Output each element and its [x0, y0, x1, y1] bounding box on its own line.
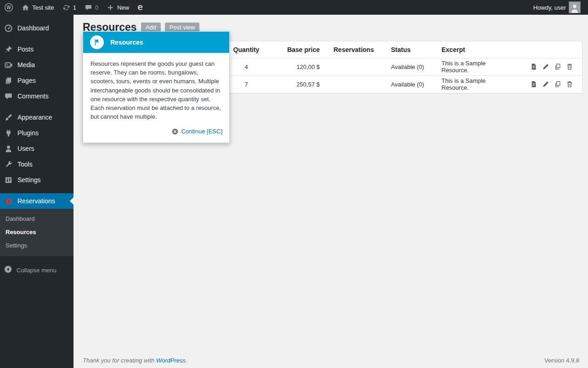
submenu-item-dashboard[interactable]: Dashboard — [0, 212, 74, 225]
sidebar-item-label: Reservations — [17, 197, 55, 205]
cell-excerpt: This is a Sample Resource. — [441, 77, 509, 91]
comment-count: 0 — [95, 4, 98, 11]
avatar — [569, 1, 581, 13]
wordpress-logo-icon: W — [4, 3, 13, 12]
sidebar-item-dashboard[interactable]: Dashboard — [0, 20, 74, 36]
dismiss-icon — [171, 128, 179, 135]
sidebar-item-label: Media — [17, 61, 35, 69]
sidebar-item-comments[interactable]: Comments — [0, 88, 74, 104]
view-resource-icon[interactable] — [530, 63, 538, 71]
pointer-continue-button[interactable]: Continue [ESC] — [171, 128, 222, 135]
reservations-submenu: Dashboard Resources Settings — [0, 209, 74, 256]
cell-base-price: 250,57 $ — [271, 81, 320, 88]
comment-bubble-icon — [85, 4, 92, 12]
sidebar-item-label: Pages — [17, 77, 36, 84]
sidebar-item-media[interactable]: Media — [0, 57, 74, 73]
column-header-status[interactable]: Status — [391, 46, 441, 53]
easyreservations-icon: e — [4, 196, 13, 206]
sliders-icon — [4, 175, 13, 184]
sidebar-item-posts[interactable]: Posts — [0, 41, 74, 57]
collapse-menu-button[interactable]: Collapse menu — [0, 262, 74, 278]
edit-resource-icon[interactable] — [542, 63, 550, 71]
wordpress-logo-menu[interactable]: W — [0, 0, 17, 15]
sidebar-item-label: Appearance — [17, 114, 52, 121]
comments-link[interactable]: 0 — [80, 0, 102, 15]
pointer-body-text: Resources represent the goods your guest… — [83, 53, 229, 121]
delete-resource-icon[interactable] — [566, 80, 574, 88]
cell-base-price: 120,00 $ — [271, 63, 320, 70]
flag-icon — [90, 35, 104, 49]
sidebar-item-plugins[interactable]: Plugins — [0, 125, 74, 141]
user-icon — [4, 144, 13, 153]
update-icon — [62, 4, 70, 12]
cell-excerpt: This is a Sample Resource. — [441, 60, 509, 74]
cell-status: Available (0) — [391, 81, 441, 88]
updates-link[interactable]: 1 — [58, 0, 80, 15]
collapse-arrow-icon — [4, 265, 12, 275]
sidebar-item-settings[interactable]: Settings — [0, 172, 74, 188]
sidebar-item-label: Plugins — [17, 129, 39, 137]
svg-text:W: W — [6, 5, 11, 10]
new-label: New — [117, 4, 129, 11]
sidebar-item-appearance[interactable]: Appearance — [0, 109, 74, 125]
howdy-text: Howdy, user — [533, 4, 566, 11]
pointer-header: Resources — [83, 32, 229, 53]
new-content-menu[interactable]: New — [102, 0, 133, 15]
easyreservations-toolbar-menu[interactable]: e — [133, 0, 147, 15]
sidebar-item-label: Users — [17, 145, 34, 152]
sidebar-item-label: Tools — [17, 161, 33, 168]
wordpress-link[interactable]: WordPress — [156, 357, 186, 364]
resources-help-pointer: Resources Resources represent the goods … — [83, 31, 230, 143]
sidebar-item-label: Settings — [17, 176, 41, 184]
view-resource-icon[interactable] — [530, 80, 538, 88]
cell-status: Available (0) — [391, 63, 441, 70]
edit-resource-icon[interactable] — [542, 80, 550, 88]
sidebar-item-users[interactable]: Users — [0, 141, 74, 156]
sidebar-item-label: Dashboard — [17, 24, 49, 32]
submenu-item-resources[interactable]: Resources — [0, 225, 74, 239]
pages-icon — [4, 76, 13, 85]
easyreservations-logo-icon: e — [137, 2, 143, 13]
main-content: Resources Add Post view Quantity Base pr… — [74, 15, 588, 368]
column-header-base-price[interactable]: Base price — [271, 46, 320, 53]
sidebar-item-reservations[interactable]: e Reservations — [0, 193, 74, 209]
sidebar-item-label: Comments — [17, 92, 49, 100]
delete-resource-icon[interactable] — [566, 63, 574, 71]
sidebar-item-pages[interactable]: Pages — [0, 73, 74, 88]
brush-icon — [4, 113, 13, 122]
update-count: 1 — [73, 4, 76, 11]
wrench-icon — [4, 160, 13, 169]
version-text: Version 4.9.8 — [544, 357, 579, 364]
dashboard-gauge-icon — [4, 23, 13, 33]
duplicate-resource-icon[interactable] — [554, 63, 562, 71]
admin-sidebar: Dashboard Posts Media Pages Comments — [0, 15, 74, 368]
plus-icon — [107, 4, 114, 12]
media-icon — [4, 60, 13, 69]
column-header-reservations[interactable]: Reservations — [320, 46, 391, 53]
pin-icon — [4, 45, 13, 54]
admin-bar: W Test site 1 0 New e — [0, 0, 588, 15]
collapse-menu-label: Collapse menu — [17, 267, 57, 274]
site-name: Test site — [32, 4, 54, 11]
plug-icon — [4, 128, 13, 138]
duplicate-resource-icon[interactable] — [554, 80, 562, 88]
site-name-link[interactable]: Test site — [17, 0, 58, 15]
home-icon — [22, 4, 29, 12]
my-account-menu[interactable]: Howdy, user — [529, 0, 585, 15]
pointer-title: Resources — [110, 39, 143, 46]
column-header-excerpt[interactable]: Excerpt — [441, 46, 509, 53]
footer-thanks: Thank you for creating with WordPress. — [83, 357, 187, 364]
admin-footer: Thank you for creating with WordPress. V… — [83, 357, 579, 364]
sidebar-item-tools[interactable]: Tools — [0, 156, 74, 172]
comments-icon — [4, 92, 13, 101]
submenu-item-settings[interactable]: Settings — [0, 239, 74, 252]
sidebar-item-label: Posts — [17, 46, 34, 53]
